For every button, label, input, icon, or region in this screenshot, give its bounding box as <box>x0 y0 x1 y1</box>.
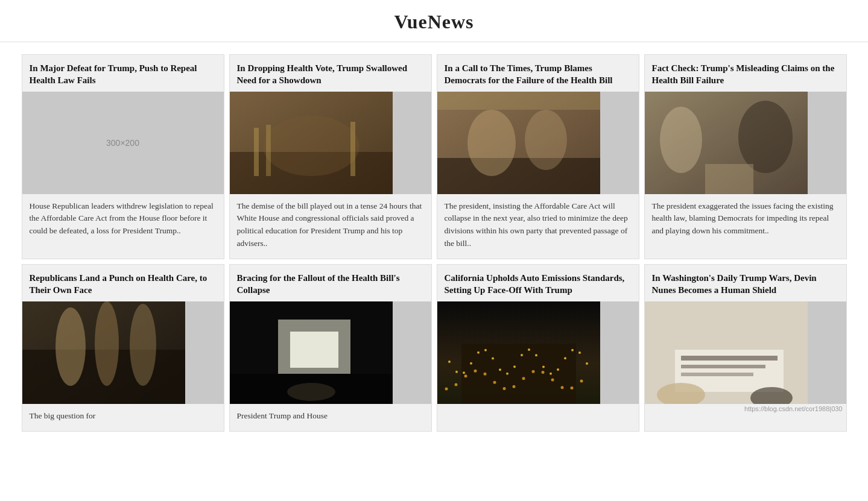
svg-point-50 <box>464 374 467 377</box>
svg-rect-67 <box>681 373 753 376</box>
site-header: VueNews <box>0 0 868 42</box>
svg-point-59 <box>551 378 554 381</box>
svg-point-8 <box>467 110 516 176</box>
svg-point-30 <box>463 371 465 374</box>
card-title: California Upholds Auto Emissions Standa… <box>437 265 639 301</box>
news-card-card-7[interactable]: California Upholds Auto Emissions Standa… <box>437 264 639 431</box>
card-body: The big question for <box>22 404 224 431</box>
svg-point-40 <box>535 354 537 356</box>
svg-point-32 <box>477 351 480 354</box>
svg-rect-5 <box>350 122 355 176</box>
svg-point-19 <box>95 301 119 386</box>
svg-point-36 <box>506 372 508 374</box>
svg-rect-7 <box>437 158 600 194</box>
card-image-placeholder: 300×200 <box>22 92 224 194</box>
card-body: House Republican leaders withdrew legisl… <box>22 194 224 259</box>
svg-point-13 <box>660 107 702 173</box>
svg-point-29 <box>455 371 458 373</box>
card-image <box>230 301 431 404</box>
card-body: The president exaggerated the issues fac… <box>645 194 846 259</box>
svg-rect-10 <box>437 92 600 110</box>
news-card-card-2[interactable]: In Dropping Health Vote, Trump Swallowed… <box>229 54 432 259</box>
site-title: VueNews <box>0 11 868 33</box>
svg-point-38 <box>521 354 523 356</box>
svg-point-33 <box>484 349 487 351</box>
svg-point-39 <box>528 348 530 351</box>
svg-point-25 <box>287 383 335 401</box>
svg-rect-23 <box>290 332 338 368</box>
svg-point-49 <box>454 383 457 386</box>
svg-rect-4 <box>266 125 271 176</box>
card-body: The president, insisting the Affordable … <box>437 194 639 259</box>
card-body: The demise of the bill played out in a t… <box>230 194 431 259</box>
svg-rect-66 <box>681 365 765 368</box>
svg-point-52 <box>483 372 486 375</box>
card-image <box>645 92 846 194</box>
svg-point-54 <box>502 387 505 390</box>
svg-point-34 <box>492 357 494 359</box>
svg-point-46 <box>578 351 581 354</box>
svg-point-31 <box>470 362 472 365</box>
svg-point-51 <box>474 369 477 372</box>
card-image <box>437 92 639 194</box>
card-title: Republicans Land a Punch on Health Care,… <box>22 265 224 301</box>
svg-point-28 <box>448 361 451 363</box>
svg-point-44 <box>564 357 566 359</box>
svg-point-43 <box>557 368 559 371</box>
svg-point-61 <box>570 386 573 389</box>
news-card-card-1[interactable]: In Major Defeat for Trump, Push to Repea… <box>22 54 224 259</box>
svg-point-20 <box>130 304 156 386</box>
news-card-card-6[interactable]: Bracing for the Fallout of the Health Bi… <box>229 264 432 431</box>
svg-point-56 <box>522 377 525 380</box>
card-title: Fact Check: Trump's Misleading Claims on… <box>645 55 846 92</box>
svg-point-57 <box>531 370 534 373</box>
svg-point-60 <box>560 386 563 389</box>
svg-point-42 <box>550 372 552 374</box>
card-image <box>22 301 224 404</box>
svg-point-41 <box>542 365 545 368</box>
svg-point-2 <box>263 116 360 176</box>
svg-point-9 <box>525 110 567 170</box>
svg-point-45 <box>571 348 574 351</box>
svg-point-14 <box>738 101 793 173</box>
news-card-card-4[interactable]: Fact Check: Trump's Misleading Claims on… <box>644 54 847 259</box>
card-image <box>645 301 846 404</box>
card-title: In Major Defeat for Trump, Push to Repea… <box>22 55 224 92</box>
svg-rect-3 <box>254 128 259 176</box>
card-title: In Washington's Daily Trump Wars, Devin … <box>645 265 846 301</box>
watermark: https://blog.csdn.net/cor1988|030 <box>645 404 846 415</box>
svg-point-47 <box>586 362 588 365</box>
svg-point-18 <box>55 307 86 386</box>
svg-point-62 <box>580 379 583 382</box>
svg-point-37 <box>513 365 516 368</box>
news-grid: In Major Defeat for Trump, Push to Repea… <box>12 54 857 446</box>
svg-rect-65 <box>681 356 778 361</box>
svg-point-53 <box>493 380 496 383</box>
svg-rect-15 <box>705 164 753 194</box>
card-image <box>437 301 639 404</box>
svg-point-48 <box>445 387 448 390</box>
card-title: Bracing for the Fallout of the Health Bi… <box>230 265 431 301</box>
svg-point-35 <box>499 368 501 371</box>
svg-point-58 <box>541 371 544 374</box>
news-card-card-5[interactable]: Republicans Land a Punch on Health Care,… <box>22 264 224 431</box>
news-card-card-8[interactable]: In Washington's Daily Trump Wars, Devin … <box>644 264 847 431</box>
svg-point-55 <box>512 385 515 388</box>
card-title: In Dropping Health Vote, Trump Swallowed… <box>230 55 431 92</box>
card-body: President Trump and House <box>230 404 431 431</box>
card-title: In a Call to The Times, Trump Blames Dem… <box>437 55 639 92</box>
card-image <box>230 92 431 194</box>
news-card-card-3[interactable]: In a Call to The Times, Trump Blames Dem… <box>437 54 639 259</box>
